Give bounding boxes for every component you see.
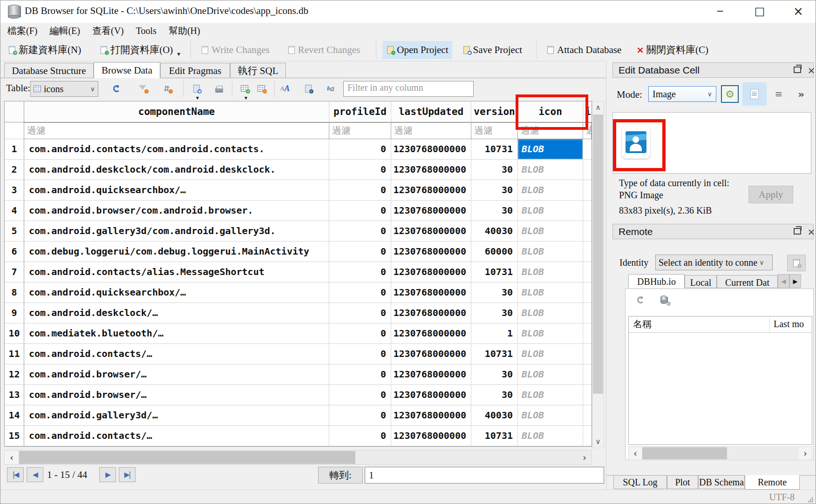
profileId-cell[interactable]: 0 bbox=[329, 221, 391, 242]
lastUpdated-cell[interactable]: 1230768000000 bbox=[391, 405, 471, 426]
profileId-cell[interactable]: 0 bbox=[329, 344, 391, 364]
componentName-cell[interactable]: com.android.quicksearchbox/… bbox=[24, 180, 329, 201]
lastUpdated-cell[interactable]: 1230768000000 bbox=[391, 201, 471, 221]
lastUpdated-cell[interactable]: 1230768000000 bbox=[391, 385, 471, 405]
horizontal-scrollbar-thumb[interactable] bbox=[642, 447, 727, 459]
menu-help[interactable]: 幫助(H) bbox=[163, 24, 206, 38]
encoding-status[interactable]: UTF-8 bbox=[769, 492, 795, 503]
profileId-cell[interactable]: 0 bbox=[329, 426, 391, 446]
filter-icon[interactable]: 過濾 bbox=[518, 122, 583, 139]
icon-blob-cell[interactable]: BLOB bbox=[518, 364, 583, 385]
icon-blob-cell[interactable]: BLOB bbox=[518, 262, 583, 282]
lastUpdated-cell[interactable]: 1230768000000 bbox=[391, 344, 471, 364]
componentName-cell[interactable]: com.android.contacts/… bbox=[24, 344, 329, 364]
scroll-left-icon[interactable]: ‹ bbox=[629, 447, 642, 460]
vertical-scrollbar-thumb[interactable] bbox=[593, 114, 603, 394]
remote-clone-database-icon[interactable]: + bbox=[658, 294, 670, 306]
menu-tools[interactable]: Tools bbox=[130, 25, 163, 37]
row-number-cell[interactable]: 10 bbox=[5, 323, 24, 344]
row-number-cell[interactable]: 4 bbox=[5, 201, 24, 221]
componentName-cell[interactable]: com.android.gallery3d/… bbox=[24, 405, 329, 426]
maximize-button[interactable]: □ bbox=[746, 0, 773, 22]
partial-column-cell[interactable] bbox=[583, 303, 592, 323]
partial-column-cell[interactable] bbox=[583, 385, 592, 405]
icon-blob-cell[interactable]: BLOB bbox=[518, 242, 583, 262]
text-mode-icon[interactable] bbox=[742, 82, 767, 106]
icon-blob-cell-selected[interactable]: BLOB bbox=[518, 139, 583, 160]
close-button[interactable]: × bbox=[785, 0, 812, 22]
close-panel-icon[interactable]: × bbox=[806, 227, 816, 237]
profileId-cell[interactable]: 0 bbox=[329, 160, 391, 180]
remote-column-name[interactable]: 名稱 bbox=[629, 316, 770, 332]
version-cell[interactable]: 30 bbox=[471, 303, 518, 323]
menu-file[interactable]: 檔案(F) bbox=[1, 24, 43, 38]
row-number-cell[interactable]: 13 bbox=[5, 385, 24, 405]
remote-column-last-modified[interactable]: Last mo bbox=[770, 316, 804, 332]
open-database-button[interactable]: › 打開資料庫(O) ▼ bbox=[96, 40, 185, 60]
filter-icon[interactable]: − bbox=[136, 82, 149, 94]
scroll-right-icon[interactable]: › bbox=[799, 447, 812, 460]
lastUpdated-cell[interactable]: 1230768000000 bbox=[391, 282, 471, 303]
column-header-lastUpdated[interactable]: lastUpdated bbox=[391, 101, 471, 122]
scroll-right-icon[interactable]: › bbox=[578, 450, 592, 464]
column-header-version[interactable]: version bbox=[471, 101, 518, 122]
version-cell[interactable]: 30 bbox=[471, 282, 518, 303]
tab-scroll-left-icon[interactable]: ◀ bbox=[778, 274, 789, 288]
componentName-cell[interactable]: com.android.contacts/… bbox=[24, 426, 329, 446]
scroll-down-icon[interactable]: ∨ bbox=[592, 436, 604, 448]
row-number-cell[interactable]: 8 bbox=[5, 282, 24, 303]
row-number-cell[interactable]: 6 bbox=[5, 242, 24, 262]
lastUpdated-cell[interactable]: 1230768000000 bbox=[391, 160, 471, 180]
lastUpdated-cell[interactable]: 1230768000000 bbox=[391, 303, 471, 323]
icon-blob-cell[interactable]: BLOB bbox=[518, 282, 583, 303]
icon-blob-cell[interactable]: BLOB bbox=[518, 160, 583, 180]
icon-blob-cell[interactable]: BLOB bbox=[518, 323, 583, 344]
version-cell[interactable]: 30 bbox=[471, 160, 518, 180]
componentName-cell[interactable]: com.android.browser/com.android.browser. bbox=[24, 201, 329, 221]
row-number-cell[interactable]: 7 bbox=[5, 262, 24, 282]
remote-tab-current-database[interactable]: Current Dat bbox=[717, 275, 778, 288]
componentName-cell[interactable]: com.android.browser/… bbox=[24, 364, 329, 385]
save-project-button[interactable]: ▪ Save Project bbox=[459, 41, 526, 59]
version-cell[interactable]: 30 bbox=[471, 180, 518, 201]
global-filter-input[interactable]: Filter in any column bbox=[343, 81, 474, 97]
last-record-button[interactable]: ▶| bbox=[119, 467, 136, 482]
resize-grip[interactable] bbox=[808, 497, 813, 503]
partial-column-cell[interactable] bbox=[583, 160, 592, 180]
more-tools-icon[interactable]: » bbox=[792, 85, 810, 103]
insert-record-icon[interactable]: + bbox=[239, 82, 251, 94]
tab-browse-data[interactable]: Browse Data bbox=[94, 62, 160, 78]
icon-blob-cell[interactable]: BLOB bbox=[518, 426, 583, 446]
version-cell[interactable]: 30 bbox=[471, 385, 518, 405]
profileId-cell[interactable]: 0 bbox=[329, 282, 391, 303]
menu-view[interactable]: 查看(V) bbox=[86, 24, 130, 38]
version-cell[interactable]: 10731 bbox=[471, 262, 518, 282]
print-icon[interactable] bbox=[213, 82, 225, 94]
row-number-cell[interactable]: 11 bbox=[5, 344, 24, 364]
remote-horizontal-scrollbar[interactable]: ‹ › bbox=[628, 446, 812, 460]
mode-select[interactable]: Image ∨ bbox=[648, 86, 716, 102]
partial-column-cell[interactable] bbox=[583, 282, 592, 303]
row-number-cell[interactable]: 14 bbox=[5, 405, 24, 426]
partial-column-cell[interactable] bbox=[583, 323, 592, 344]
lastUpdated-cell[interactable]: 1230768000000 bbox=[391, 242, 471, 262]
filter-lastUpdated[interactable]: 過濾 bbox=[391, 122, 471, 139]
partial-column-cell[interactable] bbox=[583, 201, 592, 221]
partial-column-cell[interactable] bbox=[583, 242, 592, 262]
identity-settings-icon[interactable]: › bbox=[787, 255, 806, 271]
attach-database-button[interactable]: Attach Database bbox=[543, 41, 625, 59]
revert-changes-button[interactable]: Revert Changes bbox=[284, 41, 364, 59]
partial-column-cell[interactable] bbox=[583, 405, 592, 426]
filter-partial[interactable]: 過濾 bbox=[583, 122, 592, 139]
componentName-cell[interactable]: com.debug.loggerui/com.debug.loggerui.Ma… bbox=[24, 242, 329, 262]
insert-record-dropdown-arrow[interactable]: ▼ bbox=[244, 95, 248, 101]
version-cell[interactable]: 1 bbox=[471, 323, 518, 344]
column-header-partial[interactable]: ic bbox=[583, 101, 592, 122]
componentName-cell[interactable]: com.android.deskclock/com.android.deskcl… bbox=[24, 160, 329, 180]
import-data-icon[interactable]: ⚙ bbox=[721, 85, 739, 103]
version-cell[interactable]: 10731 bbox=[471, 139, 518, 160]
filter-componentName[interactable]: 過濾 bbox=[24, 122, 329, 139]
dock-tab-sql-log[interactable]: SQL Log bbox=[613, 476, 667, 489]
tab-scroll-right-icon[interactable]: ▶ bbox=[789, 274, 801, 288]
row-number-cell[interactable]: 1 bbox=[5, 139, 24, 160]
